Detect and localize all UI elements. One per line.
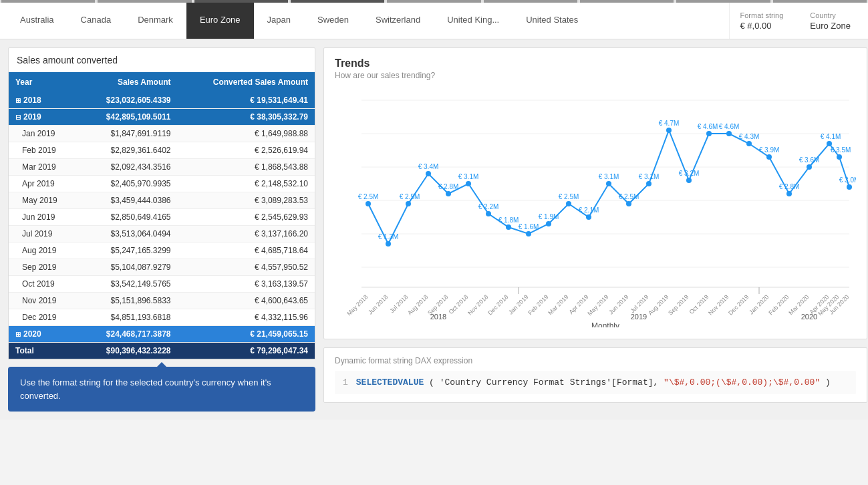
tab-euro-zone[interactable]: Euro Zone: [186, 3, 254, 39]
svg-point-8: [386, 241, 391, 247]
svg-point-20: [626, 201, 631, 206]
table-row[interactable]: ⊟2019 $42,895,109.5011 € 38,305,332.79: [9, 109, 315, 126]
svg-point-13: [486, 211, 491, 216]
svg-point-25: [726, 131, 732, 136]
svg-point-11: [446, 191, 451, 196]
table-total-row: Total $90,396,432.3228 € 79,296,047.34: [9, 343, 315, 359]
svg-text:€ 2.8M: € 2.8M: [438, 183, 459, 190]
tab-denmark[interactable]: Denmark: [124, 3, 186, 39]
svg-point-7: [366, 201, 371, 206]
tab-switzerland[interactable]: Switzerland: [362, 3, 434, 39]
table-row[interactable]: ⊞2018 $23,032,605.4339 € 19,531,649.41: [9, 92, 315, 109]
cell-converted: € 38,305,332.79: [178, 109, 315, 126]
svg-text:2018: 2018: [430, 313, 446, 321]
tab-united-kingdom[interactable]: United King...: [434, 3, 513, 39]
svg-text:€ 3.1M: € 3.1M: [599, 173, 619, 180]
svg-text:€ 3.0M: € 3.0M: [839, 176, 856, 184]
country-group: Country Euro Zone: [810, 11, 851, 31]
svg-point-12: [466, 181, 471, 186]
svg-point-22: [666, 128, 672, 133]
svg-text:€ 4.1M: € 4.1M: [821, 133, 841, 140]
svg-point-26: [746, 141, 752, 146]
svg-text:Dec 2018: Dec 2018: [486, 293, 509, 316]
tabs-container: Australia Canada Denmark Euro Zone Japan…: [7, 3, 591, 39]
svg-point-27: [766, 154, 772, 160]
cell-sales: $42,895,109.5011: [79, 109, 178, 126]
table-row: Oct 2019 $3,542,149.5765 € 3,163,139.57: [9, 276, 315, 293]
svg-point-30: [827, 141, 832, 146]
svg-text:€ 2.8M: € 2.8M: [779, 183, 800, 190]
tab-japan[interactable]: Japan: [254, 3, 304, 39]
svg-text:Nov 2018: Nov 2018: [466, 293, 489, 316]
cell-year: ⊞2018: [9, 92, 79, 109]
tab-canada[interactable]: Canada: [67, 3, 125, 39]
svg-point-14: [506, 224, 511, 230]
table-row: Mar 2019 $2,092,434.3516 € 1,868,543.88: [9, 159, 315, 176]
dax-card: Dynamic format string DAX expression 1SE…: [323, 347, 867, 403]
dax-label: Dynamic format string DAX expression: [335, 356, 856, 365]
svg-text:2020: 2020: [801, 313, 817, 321]
svg-text:€ 3.4M: € 3.4M: [418, 163, 439, 170]
left-panel: Sales amount converted Year Sales Amount…: [8, 47, 315, 412]
chart-title: Trends: [335, 57, 856, 69]
trends-chart: € 2.5M € 1.3M € 2.5M € 3.4M € 2.8M € 3.1…: [335, 87, 856, 327]
svg-text:€ 1.9M: € 1.9M: [539, 213, 559, 220]
cell-converted: € 1,649,988.88: [178, 126, 315, 142]
svg-text:Monthly: Monthly: [591, 321, 619, 327]
col-year: Year: [9, 72, 79, 92]
svg-text:€ 3.6M: € 3.6M: [799, 156, 820, 164]
svg-text:Dec 2019: Dec 2019: [727, 293, 750, 316]
svg-text:€ 2.2M: € 2.2M: [478, 203, 499, 210]
svg-point-16: [546, 221, 551, 226]
tooltip-text: Use the format string for the selected c…: [20, 377, 271, 401]
col-converted: Converted Sales Amount: [178, 72, 315, 92]
cell-year: ⊟2019: [9, 109, 79, 126]
format-string-label: Format string: [740, 11, 784, 19]
svg-text:Jun 2018: Jun 2018: [367, 293, 389, 315]
cell-sales: $23,032,605.4339: [79, 92, 178, 109]
svg-text:Feb 2020: Feb 2020: [767, 293, 790, 316]
svg-text:€ 1.3M: € 1.3M: [378, 233, 399, 240]
svg-text:€ 4.7M: € 4.7M: [659, 120, 680, 127]
dax-line-number: 1: [343, 377, 348, 387]
format-string-group: Format string € #,0.00: [740, 11, 784, 31]
chart-card: Trends How are our sales trending?: [323, 47, 867, 339]
svg-point-32: [847, 184, 852, 190]
dax-keyword: SELECTEDVALUE: [356, 377, 424, 387]
tab-united-states[interactable]: United States: [513, 3, 591, 39]
sales-table: Year Sales Amount Converted Sales Amount…: [9, 72, 315, 359]
svg-text:Aug 2018: Aug 2018: [406, 293, 429, 316]
svg-text:€ 4.3M: € 4.3M: [739, 133, 760, 140]
svg-text:€ 3.2M: € 3.2M: [679, 170, 700, 177]
cell-year: ⊞2020: [9, 326, 79, 343]
col-sales-amount: Sales Amount: [79, 72, 178, 92]
svg-point-24: [706, 131, 712, 136]
tab-sweden[interactable]: Sweden: [304, 3, 362, 39]
table-row: May 2019 $3,459,444.0386 € 3,089,283.53: [9, 192, 315, 209]
table-row: Sep 2019 $5,104,087.9279 € 4,557,950.52: [9, 259, 315, 276]
table-row: Nov 2019 $5,151,896.5833 € 4,600,643.65: [9, 293, 315, 309]
table-card: Sales amount converted Year Sales Amount…: [8, 47, 315, 360]
cell-converted: € 19,531,649.41: [178, 92, 315, 109]
tab-bar: Australia Canada Denmark Euro Zone Japan…: [0, 3, 868, 39]
svg-point-31: [837, 154, 842, 160]
country-value: Euro Zone: [810, 21, 851, 31]
svg-point-28: [786, 191, 792, 196]
table-row[interactable]: ⊞2020 $24,468,717.3878 € 21,459,065.15: [9, 326, 315, 343]
svg-text:€ 3.1M: € 3.1M: [639, 173, 660, 180]
svg-text:Mar 2019: Mar 2019: [547, 293, 569, 316]
main-content: Sales amount converted Year Sales Amount…: [0, 39, 868, 420]
cell-month: Jan 2019: [9, 126, 79, 142]
svg-text:€ 4.6M: € 4.6M: [698, 123, 718, 130]
svg-text:€ 2.5M: € 2.5M: [400, 193, 420, 200]
svg-text:€ 3.9M: € 3.9M: [759, 146, 780, 154]
table-row: Aug 2019 $5,247,165.3299 € 4,685,718.64: [9, 242, 315, 259]
svg-text:€ 2.1M: € 2.1M: [579, 206, 599, 214]
table-title: Sales amount converted: [9, 48, 315, 72]
chart-subtitle: How are our sales trending?: [335, 71, 856, 80]
svg-text:May 2018: May 2018: [345, 293, 369, 317]
svg-text:€ 2.5M: € 2.5M: [619, 193, 639, 200]
chart-container: € 2.5M € 1.3M € 2.5M € 3.4M € 2.8M € 3.1…: [335, 87, 856, 329]
svg-text:€ 2.5M: € 2.5M: [559, 193, 579, 200]
tab-australia[interactable]: Australia: [7, 3, 67, 39]
